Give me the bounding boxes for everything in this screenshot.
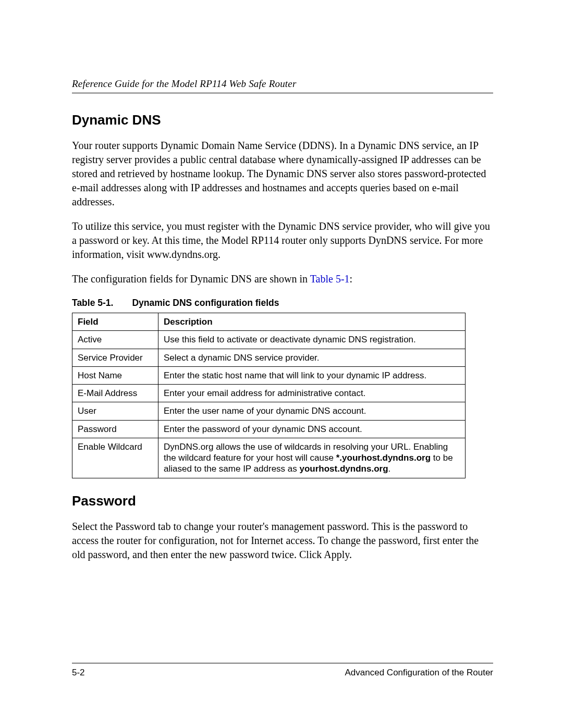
table-row: Host Name Enter the static host name tha… <box>72 366 466 384</box>
paragraph: Your router supports Dynamic Domain Name… <box>72 139 493 209</box>
table-row: User Enter the user name of your dynamic… <box>72 402 466 420</box>
page-footer: 5-2 Advanced Configuration of the Router <box>72 663 493 678</box>
table-header-field: Field <box>72 313 158 331</box>
table-cell-desc: Enter the static host name that will lin… <box>158 366 466 384</box>
document-page: Reference Guide for the Model RP114 Web … <box>0 0 563 728</box>
page-number: 5-2 <box>72 668 85 678</box>
paragraph: The configuration fields for Dynamic DNS… <box>72 272 493 286</box>
section-heading-dynamic-dns: Dynamic DNS <box>72 112 493 128</box>
table-header-row: Field Description <box>72 313 466 331</box>
text: : <box>350 273 353 285</box>
table-cell-desc: Select a dynamic DNS service provider. <box>158 349 466 366</box>
table-cross-reference-link[interactable]: Table 5-1 <box>310 273 350 285</box>
table-cell-field: Enable Wildcard <box>72 438 158 478</box>
table-row: Service Provider Select a dynamic DNS se… <box>72 349 466 366</box>
table-row: Enable Wildcard DynDNS.org allows the us… <box>72 438 466 478</box>
table-title: Dynamic DNS configuration fields <box>132 298 279 308</box>
table-cell-field: User <box>72 402 158 420</box>
table-cell-field: Active <box>72 331 158 349</box>
table-number: Table 5-1. <box>72 298 113 308</box>
running-header: Reference Guide for the Model RP114 Web … <box>72 78 493 93</box>
config-fields-table: Field Description Active Use this field … <box>72 313 466 478</box>
table-header-description: Description <box>158 313 466 331</box>
section-heading-password: Password <box>72 493 493 509</box>
text: . <box>388 464 391 474</box>
table-caption: Table 5-1.Dynamic DNS configuration fiel… <box>72 298 493 309</box>
table-row: Password Enter the password of your dyna… <box>72 420 466 438</box>
chapter-title: Advanced Configuration of the Router <box>345 668 493 678</box>
table-cell-field: Service Provider <box>72 349 158 366</box>
table-cell-desc: Use this field to activate or deactivate… <box>158 331 466 349</box>
table-cell-desc: Enter your email address for administrat… <box>158 385 466 402</box>
table-cell-field: Host Name <box>72 366 158 384</box>
paragraph: To utilize this service, you must regist… <box>72 219 493 262</box>
table-cell-desc: Enter the password of your dynamic DNS a… <box>158 420 466 438</box>
table-cell-field: Password <box>72 420 158 438</box>
table-cell-desc: Enter the user name of your dynamic DNS … <box>158 402 466 420</box>
table-cell-field: E-Mail Address <box>72 385 158 402</box>
table-row: Active Use this field to activate or dea… <box>72 331 466 349</box>
table-cell-desc: DynDNS.org allows the use of wildcards i… <box>158 438 466 478</box>
table-row: E-Mail Address Enter your email address … <box>72 385 466 402</box>
bold-text: *.yourhost.dyndns.org <box>336 453 431 463</box>
text: The configuration fields for Dynamic DNS… <box>72 273 310 285</box>
bold-text: yourhost.dyndns.org <box>300 464 388 474</box>
paragraph: Select the Password tab to change your r… <box>72 520 493 562</box>
